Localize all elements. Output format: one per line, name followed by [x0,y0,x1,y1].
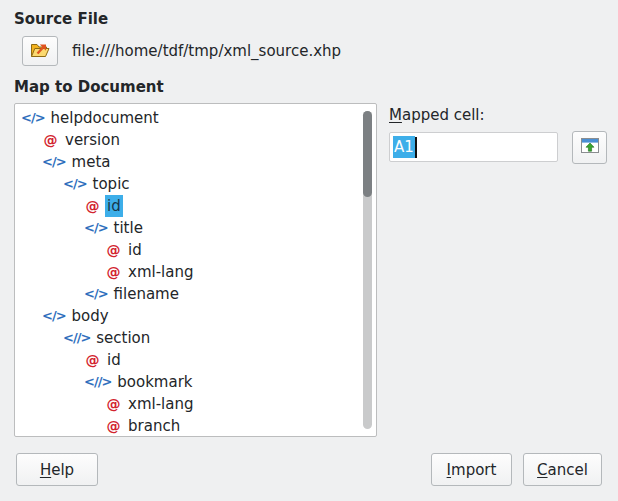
attribute-icon: @ [105,393,122,415]
tree-item-filename[interactable]: </>filename [15,283,362,305]
element-icon: </> [84,217,108,239]
import-button[interactable]: Import [431,453,512,486]
tree-item-label: meta [70,151,113,173]
repeating-element-icon: <//> [84,371,111,393]
tree-item-branch[interactable]: @branch [15,415,362,437]
attribute-icon: @ [84,195,101,217]
tree-item-id[interactable]: @id [15,195,362,217]
source-file-heading: Source File [14,10,108,28]
browse-source-file-button[interactable] [22,36,58,66]
tree-item-label: branch [126,415,182,437]
tree-item-section[interactable]: <//>section [15,327,362,349]
tree-item-label: id [105,349,123,371]
tree-rows: </>helpdocument@version</>meta</>topic@i… [15,107,362,437]
open-folder-icon [29,40,51,63]
xml-structure-tree[interactable]: </>helpdocument@version</>meta</>topic@i… [14,103,377,437]
element-icon: </> [63,173,87,195]
tree-item-label: xml-lang [126,393,195,415]
tree-item-label: version [63,129,122,151]
tree-item-label: id [105,195,123,217]
tree-scrollbar-thumb[interactable] [363,111,372,197]
repeating-element-icon: <//> [63,327,90,349]
tree-item-id[interactable]: @id [15,239,362,261]
tree-item-bookmark[interactable]: <//>bookmark [15,371,362,393]
map-to-document-heading: Map to Document [14,78,164,96]
attribute-icon: @ [105,415,122,437]
element-icon: </> [21,107,45,129]
tree-item-xml-lang[interactable]: @xml-lang [15,393,362,415]
attribute-icon: @ [42,129,59,151]
tree-item-label: xml-lang [126,261,195,283]
element-icon: </> [42,151,66,173]
text-caret [415,137,417,158]
element-icon: </> [42,305,66,327]
mapped-cell-value: A1 [393,136,415,158]
attribute-icon: @ [105,261,122,283]
mapped-cell-input[interactable]: A1 [389,132,558,162]
tree-item-title[interactable]: </>title [15,217,362,239]
tree-item-label: title [112,217,145,239]
tree-item-label: bookmark [115,371,194,393]
tree-item-id[interactable]: @id [15,349,362,371]
tree-item-helpdocument[interactable]: </>helpdocument [15,107,362,129]
tree-item-meta[interactable]: </>meta [15,151,362,173]
element-icon: </> [84,283,108,305]
attribute-icon: @ [84,349,101,371]
attribute-icon: @ [105,239,122,261]
mapped-cell-label: Mapped cell: [389,106,485,124]
shrink-to-cell-icon [580,137,600,158]
tree-item-topic[interactable]: </>topic [15,173,362,195]
tree-item-label: topic [91,173,132,195]
tree-item-label: filename [112,283,181,305]
tree-item-label: body [70,305,111,327]
source-file-path: file:///home/tdf/tmp/xml_source.xhp [72,42,341,60]
tree-item-label: section [94,327,152,349]
cancel-button[interactable]: Cancel [523,453,602,486]
tree-item-label: helpdocument [49,107,161,129]
tree-scrollbar[interactable] [363,111,372,429]
shrink-button[interactable] [572,131,607,164]
tree-item-body[interactable]: </>body [15,305,362,327]
tree-item-label: id [126,239,144,261]
help-button[interactable]: Help [16,453,98,486]
tree-item-xml-lang[interactable]: @xml-lang [15,261,362,283]
tree-item-version[interactable]: @version [15,129,362,151]
